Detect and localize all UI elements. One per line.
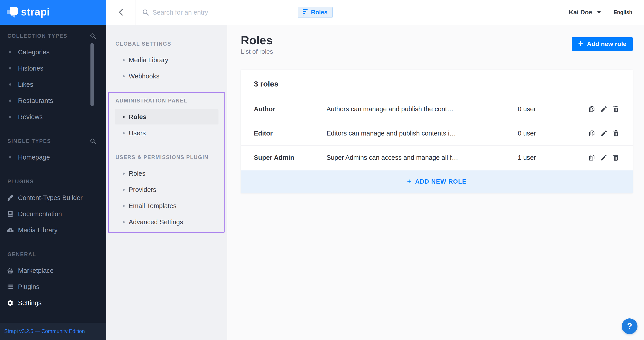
sidebar-item-homepage[interactable]: Homepage (0, 149, 106, 166)
gear-icon (6, 299, 14, 307)
table-row-super-admin[interactable]: Super Admin Super Admins can access and … (241, 145, 633, 170)
header-divider (341, 0, 341, 25)
sidebar-scrollbar[interactable] (90, 43, 94, 106)
search-input[interactable] (152, 0, 285, 25)
bullet-dot (6, 81, 14, 88)
version-label: Strapi v3.2.5 — Community Edition (4, 328, 85, 334)
section-header-single-types: SINGLE TYPES (0, 133, 106, 149)
search-icon[interactable] (90, 33, 96, 39)
roles-table-card: 3 roles Author Authors can manage and pu… (241, 70, 633, 193)
role-user-count: 0 user (518, 130, 587, 137)
settings-sidebar: GLOBAL SETTINGS Media Library Webhooks A… (106, 25, 227, 340)
user-menu[interactable]: Kai Doe (569, 9, 592, 16)
role-name: Super Admin (254, 154, 326, 161)
question-icon: ? (627, 322, 632, 331)
chevron-left-icon (117, 8, 125, 17)
sidebar-item-plugins[interactable]: Plugins (0, 279, 106, 295)
settings-item-roles-admin[interactable]: Roles (109, 109, 224, 125)
role-user-count: 1 user (518, 154, 587, 161)
header-divider (135, 0, 136, 25)
role-description: Super Admins can access and manage all f… (326, 154, 518, 161)
delete-trash-icon[interactable] (611, 129, 620, 138)
main-content: Roles List of roles + Add new role 3 rol… (227, 25, 644, 340)
page-subtitle: List of roles (241, 48, 273, 55)
roles-count: 3 roles (241, 70, 633, 97)
role-name: Author (254, 105, 326, 113)
settings-group-global-settings: GLOBAL SETTINGS (106, 36, 227, 52)
settings-item-email-templates[interactable]: Email Templates (109, 198, 224, 214)
edit-pencil-icon[interactable] (599, 129, 608, 138)
caret-down-icon[interactable] (597, 11, 601, 13)
strapi-logo-text: strapi (21, 6, 50, 18)
sidebar-item-settings[interactable]: Settings (0, 295, 106, 311)
add-new-role-button[interactable]: + Add new role (572, 37, 633, 51)
settings-item-media-library[interactable]: Media Library (106, 52, 227, 68)
row-actions (587, 153, 620, 162)
sidebar-item-documentation[interactable]: Documentation (0, 206, 106, 222)
strapi-logo[interactable]: strapi (0, 0, 106, 25)
bullet-dot (6, 64, 14, 72)
search-icon (142, 8, 150, 16)
filter-chip-label: Roles (311, 9, 328, 16)
main-sidebar: strapi COLLECTION TYPES Categories Histo… (0, 0, 106, 340)
back-button[interactable] (111, 0, 132, 25)
plus-icon: + (407, 177, 411, 186)
settings-item-webhooks[interactable]: Webhooks (106, 68, 227, 84)
bullet-dot (123, 59, 125, 61)
settings-item-advanced-settings[interactable]: Advanced Settings (109, 214, 224, 230)
delete-trash-icon[interactable] (611, 153, 620, 162)
settings-item-roles-plugin[interactable]: Roles (109, 166, 224, 181)
add-new-role-footer-button[interactable]: + ADD NEW ROLE (241, 170, 633, 193)
search-icon[interactable] (90, 138, 96, 145)
section-header-plugins: PLUGINS (0, 173, 106, 190)
section-header-general: GENERAL (0, 246, 106, 262)
sidebar-item-reviews[interactable]: Reviews (0, 109, 106, 125)
duplicate-icon[interactable] (587, 129, 596, 138)
role-description: Authors can manage and publish the cont… (326, 105, 518, 113)
row-actions (587, 105, 620, 114)
version-link[interactable]: Strapi v3.2.5 — Community Edition (0, 323, 106, 340)
filter-icon (303, 9, 308, 15)
bullet-dot (123, 172, 125, 174)
section-header-label: SINGLE TYPES (8, 138, 51, 144)
sidebar-item-content-types-builder[interactable]: Content-Types Builder (0, 190, 106, 206)
section-header-label: COLLECTION TYPES (8, 33, 68, 39)
role-user-count: 0 user (518, 105, 587, 113)
brush-icon (6, 194, 14, 201)
bullet-dot (6, 97, 14, 105)
cloud-upload-icon (6, 226, 14, 234)
role-description: Editors can manage and publish contents … (326, 130, 518, 137)
section-header-label: GENERAL (8, 251, 36, 258)
bullet-dot (123, 75, 125, 77)
add-new-role-footer-label: ADD NEW ROLE (415, 178, 466, 185)
duplicate-icon[interactable] (587, 153, 596, 162)
settings-item-users[interactable]: Users (109, 125, 224, 141)
help-button[interactable]: ? (622, 319, 638, 334)
plus-icon: + (578, 39, 583, 48)
header-divider (607, 7, 607, 18)
add-new-role-label: Add new role (587, 40, 626, 48)
duplicate-icon[interactable] (587, 105, 596, 114)
highlight-box: ADMINISTRATION PANEL Roles Users USERS &… (108, 92, 224, 233)
settings-item-providers[interactable]: Providers (109, 181, 224, 198)
edit-pencil-icon[interactable] (599, 153, 608, 162)
list-icon (6, 283, 14, 291)
book-icon (6, 210, 14, 218)
delete-trash-icon[interactable] (611, 105, 620, 114)
table-row-author[interactable]: Author Authors can manage and publish th… (241, 97, 633, 121)
edit-pencil-icon[interactable] (599, 105, 608, 114)
bullet-dot (123, 189, 125, 191)
strapi-admin-app: strapi COLLECTION TYPES Categories Histo… (0, 0, 644, 340)
bullet-dot (123, 221, 125, 223)
bullet-dot (123, 132, 125, 134)
sidebar-item-media-library[interactable]: Media Library (0, 222, 106, 238)
section-header-label: PLUGINS (8, 179, 34, 185)
page-title: Roles (241, 34, 273, 47)
strapi-logo-icon (7, 7, 18, 18)
bullet-dot (123, 205, 125, 207)
table-row-editor[interactable]: Editor Editors can manage and publish co… (241, 121, 633, 145)
language-selector[interactable]: English (614, 9, 632, 15)
sidebar-item-marketplace[interactable]: Marketplace (0, 262, 106, 279)
filter-chip-roles[interactable]: Roles (298, 7, 332, 18)
bullet-dot (6, 154, 14, 161)
